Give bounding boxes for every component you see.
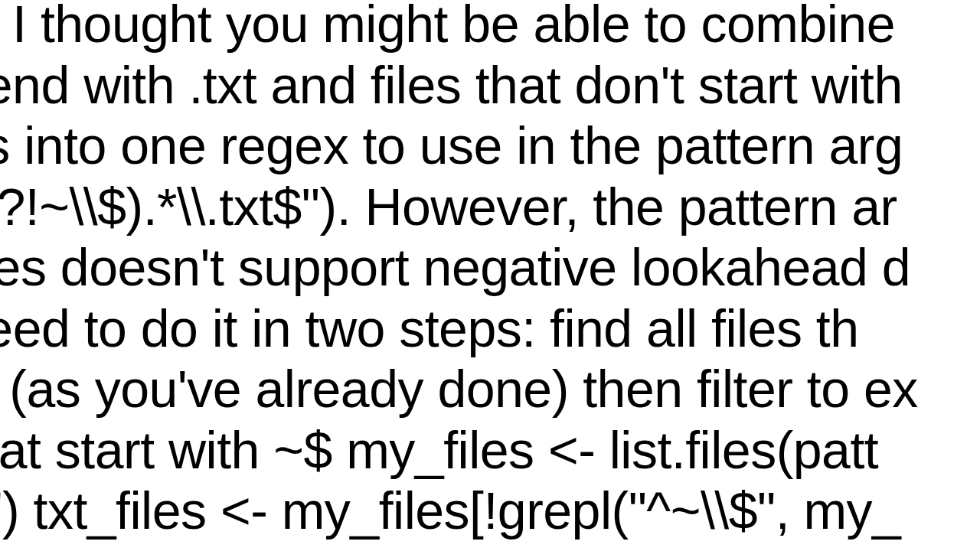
- text-line: 2: I thought you might be able to combin…: [0, 0, 918, 55]
- text-line: t end with .txt and files that don't sta…: [0, 55, 918, 116]
- text-line: need to do it in two steps: find all fil…: [0, 298, 918, 360]
- text-line: files doesn't support negative lookahead…: [0, 237, 918, 298]
- document-text: 2: I thought you might be able to combin…: [0, 0, 918, 542]
- text-line: ^(?!~\\$).*\\.txt$"). However, the patte…: [0, 177, 918, 238]
- text-line: that start with ~$ my_files <- list.file…: [0, 420, 918, 481]
- text-line: $") txt_files <- my_files[!grepl("^~\\$"…: [0, 481, 918, 542]
- text-line: xt (as you've already done) then filter …: [0, 359, 918, 420]
- text-line: ns into one regex to use in the pattern …: [0, 116, 918, 177]
